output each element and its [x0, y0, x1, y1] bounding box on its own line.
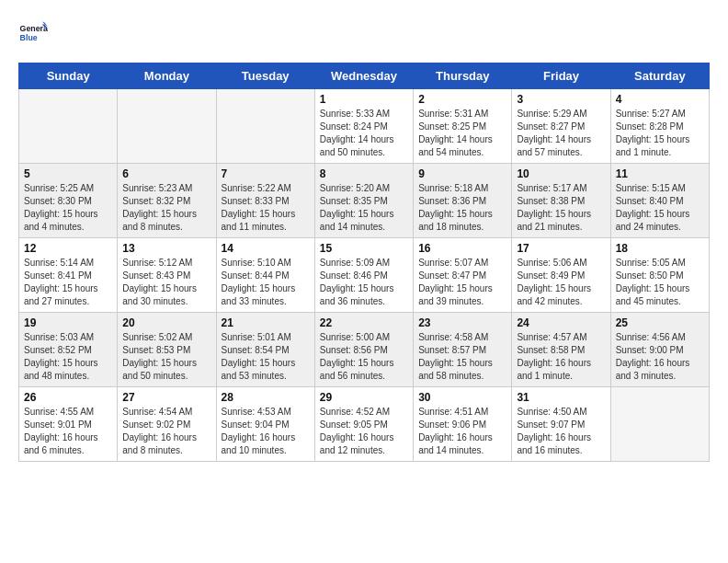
day-number: 24 [517, 316, 605, 329]
day-number: 26 [24, 391, 112, 404]
day-number: 17 [517, 242, 605, 255]
day-number: 1 [320, 93, 408, 106]
day-header-sunday: Sunday [19, 63, 118, 89]
day-number: 18 [616, 242, 704, 255]
day-header-saturday: Saturday [610, 63, 709, 89]
day-info: Sunrise: 5:12 AM Sunset: 8:43 PM Dayligh… [122, 257, 210, 308]
calendar-cell [118, 89, 216, 164]
day-info: Sunrise: 4:56 AM Sunset: 9:00 PM Dayligh… [616, 331, 704, 383]
day-info: Sunrise: 4:58 AM Sunset: 8:57 PM Dayligh… [418, 331, 506, 383]
calendar-cell: 16Sunrise: 5:07 AM Sunset: 8:47 PM Dayli… [414, 238, 512, 313]
day-number: 29 [320, 391, 408, 404]
calendar-cell: 30Sunrise: 4:51 AM Sunset: 9:06 PM Dayli… [414, 387, 512, 462]
day-number: 6 [122, 167, 210, 180]
day-info: Sunrise: 5:05 AM Sunset: 8:50 PM Dayligh… [616, 257, 704, 308]
calendar-cell: 29Sunrise: 4:52 AM Sunset: 9:05 PM Dayli… [314, 387, 413, 462]
day-info: Sunrise: 5:25 AM Sunset: 8:30 PM Dayligh… [24, 182, 112, 234]
day-number: 2 [418, 93, 506, 106]
day-info: Sunrise: 5:15 AM Sunset: 8:40 PM Dayligh… [616, 182, 704, 234]
calendar-cell: 6Sunrise: 5:23 AM Sunset: 8:32 PM Daylig… [118, 164, 216, 238]
calendar-cell: 14Sunrise: 5:10 AM Sunset: 8:44 PM Dayli… [216, 238, 314, 313]
day-number: 27 [122, 391, 210, 404]
calendar-cell [610, 387, 709, 462]
day-header-wednesday: Wednesday [314, 63, 413, 89]
day-number: 21 [222, 316, 310, 329]
day-number: 8 [320, 167, 408, 180]
calendar-week-row: 5Sunrise: 5:25 AM Sunset: 8:30 PM Daylig… [19, 164, 710, 238]
calendar-week-row: 1Sunrise: 5:33 AM Sunset: 8:24 PM Daylig… [19, 89, 710, 164]
day-info: Sunrise: 5:27 AM Sunset: 8:28 PM Dayligh… [616, 108, 704, 159]
day-info: Sunrise: 4:51 AM Sunset: 9:06 PM Dayligh… [418, 406, 506, 457]
day-info: Sunrise: 5:09 AM Sunset: 8:46 PM Dayligh… [320, 257, 408, 308]
day-info: Sunrise: 5:23 AM Sunset: 8:32 PM Dayligh… [122, 182, 210, 234]
day-number: 5 [24, 167, 112, 180]
calendar-cell: 23Sunrise: 4:58 AM Sunset: 8:57 PM Dayli… [414, 313, 512, 387]
day-number: 10 [517, 167, 605, 180]
day-number: 7 [222, 167, 310, 180]
logo: General Blue [18, 18, 51, 48]
logo-icon: General Blue [18, 18, 48, 48]
day-number: 16 [418, 242, 506, 255]
day-info: Sunrise: 5:03 AM Sunset: 8:52 PM Dayligh… [24, 331, 112, 383]
calendar-week-row: 12Sunrise: 5:14 AM Sunset: 8:41 PM Dayli… [19, 238, 710, 313]
calendar-cell: 2Sunrise: 5:31 AM Sunset: 8:25 PM Daylig… [414, 89, 512, 164]
day-number: 12 [24, 242, 112, 255]
day-info: Sunrise: 5:10 AM Sunset: 8:44 PM Dayligh… [222, 257, 310, 308]
day-number: 20 [122, 316, 210, 329]
calendar-cell: 22Sunrise: 5:00 AM Sunset: 8:56 PM Dayli… [314, 313, 413, 387]
day-number: 3 [517, 93, 605, 106]
day-info: Sunrise: 5:00 AM Sunset: 8:56 PM Dayligh… [320, 331, 408, 383]
day-header-tuesday: Tuesday [216, 63, 314, 89]
calendar-cell: 10Sunrise: 5:17 AM Sunset: 8:38 PM Dayli… [512, 164, 610, 238]
day-number: 31 [517, 391, 605, 404]
day-info: Sunrise: 5:18 AM Sunset: 8:36 PM Dayligh… [418, 182, 506, 234]
calendar-cell: 13Sunrise: 5:12 AM Sunset: 8:43 PM Dayli… [118, 238, 216, 313]
day-header-friday: Friday [512, 63, 610, 89]
day-number: 28 [222, 391, 310, 404]
day-number: 23 [418, 316, 506, 329]
day-info: Sunrise: 4:54 AM Sunset: 9:02 PM Dayligh… [122, 406, 210, 457]
day-number: 25 [616, 316, 704, 329]
day-number: 4 [616, 93, 704, 106]
day-number: 11 [616, 167, 704, 180]
calendar-cell: 18Sunrise: 5:05 AM Sunset: 8:50 PM Dayli… [610, 238, 709, 313]
calendar-cell: 24Sunrise: 4:57 AM Sunset: 8:58 PM Dayli… [512, 313, 610, 387]
day-info: Sunrise: 4:57 AM Sunset: 8:58 PM Dayligh… [517, 331, 605, 383]
day-info: Sunrise: 5:17 AM Sunset: 8:38 PM Dayligh… [517, 182, 605, 234]
day-number: 9 [418, 167, 506, 180]
calendar-table: SundayMondayTuesdayWednesdayThursdayFrid… [18, 63, 710, 462]
calendar-cell: 20Sunrise: 5:02 AM Sunset: 8:53 PM Dayli… [118, 313, 216, 387]
calendar-cell: 28Sunrise: 4:53 AM Sunset: 9:04 PM Dayli… [216, 387, 314, 462]
day-info: Sunrise: 5:29 AM Sunset: 8:27 PM Dayligh… [517, 108, 605, 159]
calendar-cell: 4Sunrise: 5:27 AM Sunset: 8:28 PM Daylig… [610, 89, 709, 164]
day-info: Sunrise: 5:22 AM Sunset: 8:33 PM Dayligh… [222, 182, 310, 234]
calendar-cell: 21Sunrise: 5:01 AM Sunset: 8:54 PM Dayli… [216, 313, 314, 387]
calendar-cell: 9Sunrise: 5:18 AM Sunset: 8:36 PM Daylig… [414, 164, 512, 238]
day-info: Sunrise: 4:52 AM Sunset: 9:05 PM Dayligh… [320, 406, 408, 457]
day-number: 30 [418, 391, 506, 404]
calendar-cell: 31Sunrise: 4:50 AM Sunset: 9:07 PM Dayli… [512, 387, 610, 462]
day-info: Sunrise: 4:50 AM Sunset: 9:07 PM Dayligh… [517, 406, 605, 457]
day-info: Sunrise: 5:31 AM Sunset: 8:25 PM Dayligh… [418, 108, 506, 159]
day-info: Sunrise: 5:33 AM Sunset: 8:24 PM Dayligh… [320, 108, 408, 159]
day-number: 13 [122, 242, 210, 255]
day-info: Sunrise: 4:53 AM Sunset: 9:04 PM Dayligh… [222, 406, 310, 457]
day-info: Sunrise: 5:01 AM Sunset: 8:54 PM Dayligh… [222, 331, 310, 383]
calendar-cell [19, 89, 118, 164]
day-header-thursday: Thursday [414, 63, 512, 89]
day-info: Sunrise: 5:02 AM Sunset: 8:53 PM Dayligh… [122, 331, 210, 383]
day-number: 19 [24, 316, 112, 329]
day-info: Sunrise: 5:20 AM Sunset: 8:35 PM Dayligh… [320, 182, 408, 234]
calendar-cell: 1Sunrise: 5:33 AM Sunset: 8:24 PM Daylig… [314, 89, 413, 164]
days-header-row: SundayMondayTuesdayWednesdayThursdayFrid… [19, 63, 710, 89]
calendar-week-row: 26Sunrise: 4:55 AM Sunset: 9:01 PM Dayli… [19, 387, 710, 462]
calendar-week-row: 19Sunrise: 5:03 AM Sunset: 8:52 PM Dayli… [19, 313, 710, 387]
day-number: 14 [222, 242, 310, 255]
calendar-cell: 8Sunrise: 5:20 AM Sunset: 8:35 PM Daylig… [314, 164, 413, 238]
day-number: 15 [320, 242, 408, 255]
calendar-cell: 12Sunrise: 5:14 AM Sunset: 8:41 PM Dayli… [19, 238, 118, 313]
calendar-cell: 17Sunrise: 5:06 AM Sunset: 8:49 PM Dayli… [512, 238, 610, 313]
calendar-cell: 26Sunrise: 4:55 AM Sunset: 9:01 PM Dayli… [19, 387, 118, 462]
day-info: Sunrise: 5:06 AM Sunset: 8:49 PM Dayligh… [517, 257, 605, 308]
calendar-cell [216, 89, 314, 164]
